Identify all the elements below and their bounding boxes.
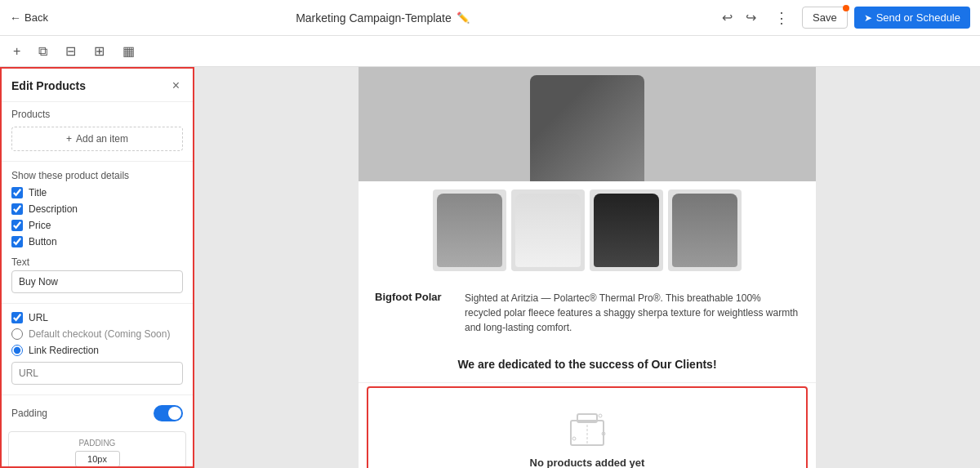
jacket-gray-icon [437,194,502,267]
send-icon: ➤ [864,12,872,24]
title-checkbox-label[interactable]: Title [29,187,47,198]
url-checkbox-label[interactable]: URL [29,312,48,323]
panel-header: Edit Products × [2,69,193,102]
product-thumb-1 [433,189,506,271]
jacket-black-icon [594,194,659,267]
redo-button[interactable]: ↪ [741,7,761,29]
default-checkout-radio[interactable] [11,328,23,340]
padding-row: Padding [2,399,193,428]
padding-top-input[interactable] [75,451,120,467]
product-thumb-3 [590,189,663,271]
product-name: Bigfoot Polar [375,291,448,335]
description-checkbox[interactable] [11,203,23,215]
top-bar: ← Back Marketing Campaign-Template ✏️ ↩ … [0,0,980,36]
url-checkbox-row: URL [2,307,193,326]
link-redirect-label[interactable]: Link Redirection [29,345,99,356]
padding-editor-label: PADDING [16,439,179,448]
default-checkout-label[interactable]: Default checkout (Coming Soon) [29,328,170,340]
button-checkbox[interactable] [11,236,23,247]
title-checkbox[interactable] [11,187,23,198]
url-checkbox[interactable] [11,312,23,323]
canvas-inner: Bigfoot Polar Sighted at Aritzia — Polar… [359,67,816,468]
products-section-label: Products [2,102,193,123]
url-input[interactable] [11,362,183,385]
jacket-vest-icon [672,194,737,267]
link-redirect-radio[interactable] [11,345,23,356]
top-bar-right: ↩ ↪ ⋮ Save ➤ Send or Schedule [717,6,970,30]
page-title: Marketing Campaign-Template [296,11,452,25]
product-description-section: Bigfoot Polar Sighted at Aritzia — Polar… [359,279,816,346]
no-products-box: No products added yet Once you add produ… [367,386,808,468]
save-label: Save [813,11,837,24]
default-checkout-row: Default checkout (Coming Soon) [2,326,193,342]
add-item-label: Add an item [76,133,128,145]
link-redirect-row: Link Redirection [2,342,193,359]
save-button[interactable]: Save [802,7,848,29]
hero-figure [530,75,644,181]
user-tool-icon[interactable]: ⊞ [91,40,108,62]
edit-title-icon[interactable]: ✏️ [457,11,470,24]
add-tool-icon[interactable]: + [10,41,24,62]
panel-title: Edit Products [11,79,86,92]
title-checkbox-row: Title [2,185,193,201]
button-text-input[interactable] [11,270,183,293]
button-checkbox-row: Button [2,234,193,250]
desc-checkbox-row: Description [2,201,193,217]
desc-checkbox-label[interactable]: Description [29,203,78,215]
unsaved-dot [843,5,849,11]
layers-tool-icon[interactable]: ⧉ [35,41,51,62]
add-plus-icon: + [66,133,72,145]
back-arrow-icon: ← [10,11,21,25]
main-area: Edit Products × Products + Add an item S… [0,67,980,468]
divider-2 [2,303,193,304]
padding-label: Padding [11,408,47,419]
button-checkbox-label[interactable]: Button [29,236,57,247]
price-checkbox[interactable] [11,220,23,231]
undo-button[interactable]: ↩ [717,7,737,29]
toggle-slider [154,405,183,421]
svg-point-3 [599,414,602,417]
second-toolbar: + ⧉ ⊟ ⊞ ▦ [0,36,980,67]
divider-1 [2,161,193,162]
padding-toggle[interactable] [154,405,183,421]
dedication-banner: We are dedicated to the success of Our C… [359,346,816,383]
undo-redo-group: ↩ ↪ [717,7,761,29]
send-label: Send or Schedule [876,11,960,24]
send-schedule-button[interactable]: ➤ Send or Schedule [854,7,970,29]
left-panel: Edit Products × Products + Add an item S… [0,67,194,468]
padding-editor: PADDING [8,431,186,468]
top-bar-left: ← Back [10,11,48,25]
back-label: Back [24,11,48,24]
product-text: Sighted at Aritzia — Polartec® Thermal P… [465,291,800,335]
divider-3 [2,394,193,395]
price-checkbox-label[interactable]: Price [29,220,51,231]
box-icon [564,408,610,448]
grid-tool-icon[interactable]: ▦ [119,40,138,62]
jacket-white-icon [515,194,581,267]
add-item-button[interactable]: + Add an item [11,127,183,151]
no-products-title: No products added yet [530,457,645,468]
hero-section [359,67,816,181]
svg-point-4 [572,437,576,440]
price-checkbox-row: Price [2,217,193,234]
back-button[interactable]: ← Back [10,11,48,25]
filter-tool-icon[interactable]: ⊟ [62,40,79,62]
close-panel-button[interactable]: × [169,77,183,95]
top-bar-center: Marketing Campaign-Template ✏️ [296,11,470,25]
show-details-label: Show these product details [2,165,193,185]
product-thumb-2 [511,189,585,271]
product-thumb-4 [668,189,742,271]
product-grid [359,181,816,279]
canvas-area: Bigfoot Polar Sighted at Aritzia — Polar… [194,67,980,468]
text-field-label: Text [2,250,193,270]
more-options-button[interactable]: ⋮ [768,6,795,30]
